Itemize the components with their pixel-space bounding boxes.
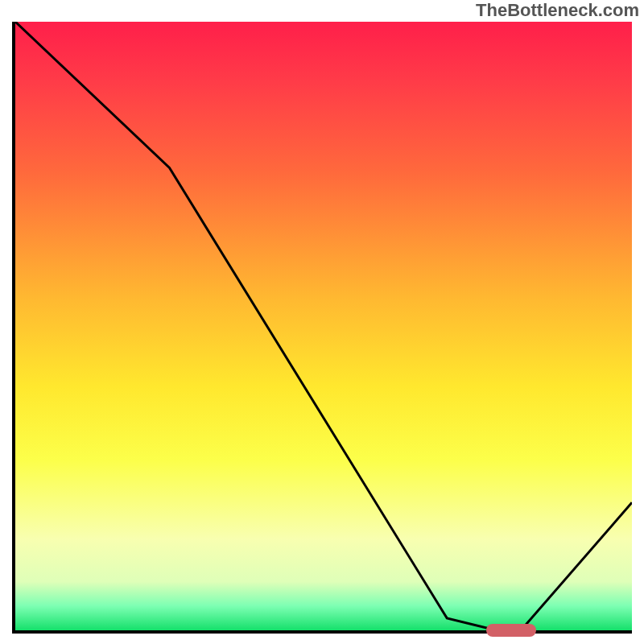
curve-svg: [15, 22, 632, 630]
optimum-marker: [486, 624, 536, 637]
plot-area: [12, 22, 632, 634]
attribution-text: TheBottleneck.com: [476, 0, 639, 21]
bottleneck-curve-path: [15, 22, 632, 630]
chart-container: TheBottleneck.com: [0, 0, 644, 644]
